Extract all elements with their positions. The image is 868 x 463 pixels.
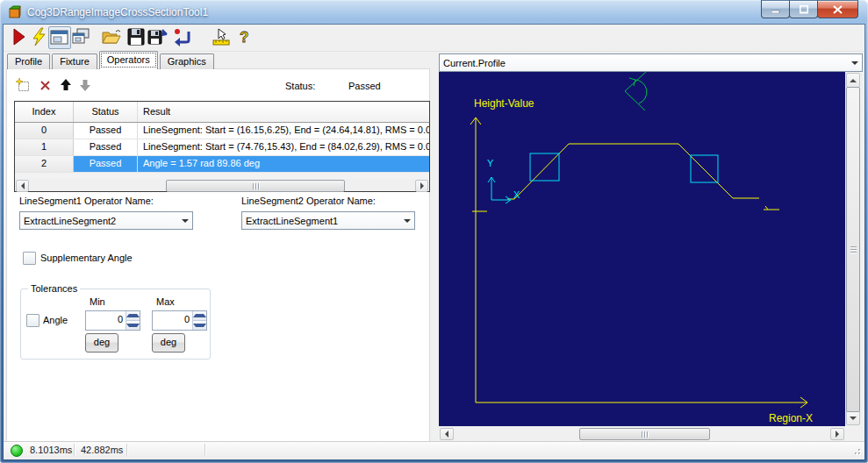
add-operator-icon <box>16 78 30 92</box>
live-run-button[interactable] <box>29 26 50 47</box>
triangle-down-icon <box>850 417 857 420</box>
move-operator-down-button[interactable] <box>78 78 92 92</box>
open-file-button[interactable] <box>101 26 122 47</box>
run-button[interactable] <box>9 26 30 47</box>
open-folder-icon <box>101 27 122 46</box>
minimize-button[interactable] <box>761 0 790 18</box>
add-operator-button[interactable] <box>16 78 30 92</box>
show-image-display-button[interactable] <box>48 26 71 49</box>
column-header-index[interactable]: Index <box>15 102 74 122</box>
close-button[interactable] <box>817 0 858 18</box>
help-icon: ? <box>236 27 252 46</box>
table-header-row: Index Status Result <box>15 102 429 123</box>
maximize-icon <box>800 5 808 14</box>
tolerances-title: Tolerances <box>28 283 80 294</box>
help-glyph: ? <box>240 29 248 46</box>
scroll-thumb[interactable] <box>579 428 710 440</box>
angle-max-field[interactable]: 0 <box>152 310 207 331</box>
scroll-left-button[interactable] <box>16 180 29 192</box>
scroll-left-button[interactable] <box>440 428 454 440</box>
angle-min-unit-button[interactable]: deg <box>85 333 118 353</box>
plot-vertical-scrollbar[interactable] <box>845 72 860 426</box>
scroll-down-button[interactable] <box>846 410 860 425</box>
delete-operator-button[interactable] <box>39 78 53 92</box>
linesegment2-combobox[interactable]: ExtractLineSegment1 <box>241 211 415 230</box>
app-icon <box>8 5 22 19</box>
marker-x-label: X <box>513 189 520 200</box>
help-button[interactable]: ? <box>233 26 255 47</box>
tolerances-groupbox: Tolerances Min Max Angle 0 0 <box>20 288 211 360</box>
run-status-indicator <box>11 445 23 457</box>
title-bar[interactable]: Cog3DRangeImageCrossSectionTool1 <box>0 0 868 25</box>
column-header-result[interactable]: Result <box>138 102 429 122</box>
save-file-as-button[interactable] <box>147 26 169 47</box>
arrow-up-icon <box>59 78 73 92</box>
maximize-button[interactable] <box>789 0 818 18</box>
tab-profile[interactable]: Profile <box>7 53 50 69</box>
pointer-tool-button[interactable] <box>211 26 232 47</box>
tab-graphics[interactable]: Graphics <box>160 53 214 69</box>
total-time: 42.882ms <box>81 442 123 458</box>
angle-max-unit-button[interactable]: deg <box>152 333 185 353</box>
scroll-right-button[interactable] <box>830 428 844 440</box>
profile-plot[interactable]: Height-Value Region-X <box>439 72 845 426</box>
lightning-icon <box>30 27 49 46</box>
window-client-area: ? Profile Fixture Operators Graphics <box>4 25 864 459</box>
marker-y-label: Y <box>487 158 494 168</box>
display-selector-combobox[interactable]: Current.Profile <box>439 53 863 72</box>
table-row-selected[interactable]: 2 Passed Angle = 1.57 rad 89.86 deg <box>15 156 429 173</box>
move-operator-up-button[interactable] <box>59 78 73 92</box>
save-as-icon <box>147 27 169 46</box>
max-label: Max <box>156 296 175 307</box>
arrow-down-icon <box>78 78 92 92</box>
run-icon <box>10 27 29 46</box>
linesegment2-label: LineSegment2 Operator Name: <box>241 196 376 206</box>
spin-down-button[interactable] <box>126 320 140 330</box>
spin-down-button[interactable] <box>193 320 206 330</box>
chevron-down-icon <box>848 54 862 71</box>
resize-grip-icon[interactable] <box>851 445 862 456</box>
delete-icon <box>39 78 53 92</box>
linesegment1-combobox[interactable]: ExtractLineSegment2 <box>19 211 193 230</box>
angle-label: Angle <box>43 315 68 325</box>
tab-strip: Profile Fixture Operators Graphics <box>7 51 216 69</box>
close-icon <box>833 5 843 14</box>
triangle-right-icon <box>836 431 839 438</box>
supplementary-angle-label: Supplementary Angle <box>40 253 133 263</box>
scroll-thumb[interactable] <box>166 180 345 192</box>
scroll-right-button[interactable] <box>415 180 428 192</box>
run-time: 8.1013ms <box>30 442 72 458</box>
window-title: Cog3DRangeImageCrossSectionTool1 <box>27 6 208 18</box>
graphics-panel: Current.Profile Height-Value Region-X <box>436 53 864 441</box>
minimize-icon <box>771 5 780 13</box>
triangle-left-icon <box>445 431 448 438</box>
tab-fixture[interactable]: Fixture <box>52 53 97 69</box>
operators-tab-page: Status: Passed Index Status Result 0 Pas… <box>7 69 429 442</box>
scroll-thumb[interactable] <box>846 87 860 412</box>
linesegment1-label: LineSegment1 Operator Name: <box>19 196 154 206</box>
spin-up-button[interactable] <box>193 311 206 320</box>
min-label: Min <box>90 296 105 307</box>
chevron-down-icon <box>178 212 192 229</box>
status-bar: 8.1013ms 42.882ms <box>4 441 864 459</box>
x-axis-label: Region-X <box>769 412 813 424</box>
copy-image-display-button[interactable] <box>70 26 91 47</box>
angle-tolerance-checkbox[interactable] <box>26 314 39 327</box>
column-header-status[interactable]: Status <box>74 102 138 122</box>
plot-horizontal-scrollbar[interactable] <box>439 427 845 440</box>
angle-min-field[interactable]: 0 <box>85 310 140 331</box>
y-axis-label: Height-Value <box>474 97 534 110</box>
table-row[interactable]: 1 Passed LineSegment: Start = (74.76,15.… <box>15 139 429 156</box>
status-label: Status: <box>285 81 315 91</box>
tab-operators[interactable]: Operators <box>99 51 158 69</box>
reset-button[interactable] <box>172 26 193 47</box>
image-display-icon <box>50 29 69 46</box>
scroll-up-button[interactable] <box>846 73 860 88</box>
table-horizontal-scrollbar[interactable] <box>15 179 429 191</box>
save-file-button[interactable] <box>126 26 147 47</box>
supplementary-angle-checkbox[interactable] <box>23 252 36 265</box>
table-row[interactable]: 0 Passed LineSegment: Start = (16.15,6.2… <box>15 123 429 139</box>
reset-icon <box>172 27 193 46</box>
main-toolbar: ? <box>4 25 864 52</box>
spin-up-button[interactable] <box>126 311 140 320</box>
